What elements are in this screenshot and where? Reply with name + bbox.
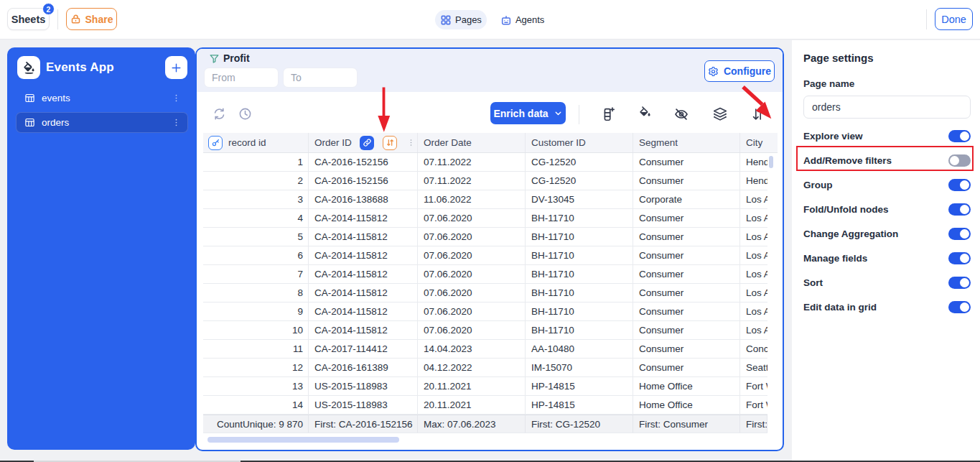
refresh-icon[interactable]: [213, 107, 226, 121]
cell-order-date: 07.06.2020: [418, 265, 526, 283]
cell-customer-id: AA-10480: [526, 340, 633, 358]
app-logo: [17, 56, 40, 79]
table-row[interactable]: 11 CA-2017-114412 14.04.2023 AA-10480 Co…: [203, 340, 767, 359]
toggle-knob: [960, 205, 969, 214]
grid-summary-row: CountUnique: 9 870 First: CA-2016-152156…: [203, 415, 767, 433]
cell-segment: Home Office: [633, 396, 740, 414]
column-header-order-date[interactable]: Order Date: [418, 133, 526, 152]
column-label: Order ID: [314, 137, 352, 148]
toggle-knob: [950, 156, 959, 165]
kebab-menu-icon[interactable]: [172, 93, 181, 103]
column-header-order-id[interactable]: Order ID: [309, 133, 418, 152]
table-row[interactable]: 6 CA-2014-115812 07.06.2020 BH-11710 Con…: [203, 246, 767, 265]
column-menu-icon[interactable]: [406, 138, 416, 147]
horizontal-scrollbar-thumb[interactable]: [207, 437, 399, 443]
toggle-switch[interactable]: [948, 277, 971, 289]
table-row[interactable]: 12 CA-2016-161389 04.12.2022 IM-15070 Co…: [203, 359, 767, 377]
filter-to-input[interactable]: [283, 68, 358, 88]
grid-icon: [440, 14, 452, 26]
toggle-switch[interactable]: [948, 228, 971, 240]
hide-fields-icon[interactable]: [673, 106, 689, 122]
toggle-switch[interactable]: [948, 203, 971, 216]
enrich-data-button[interactable]: Enrich data: [490, 102, 566, 124]
cell-order-id: CA-2016-152156: [309, 153, 418, 171]
cell-city: Seattle: [740, 359, 767, 376]
sidebar-item[interactable]: events: [16, 88, 188, 108]
sheets-button-label: Sheets: [11, 14, 46, 25]
table-row[interactable]: 14 US-2015-118983 20.11.2021 HP-14815 Ho…: [203, 396, 767, 415]
tab-pages[interactable]: Pages: [435, 10, 487, 29]
cell-record-id: 13: [203, 377, 309, 395]
cell-city: Fort Worth: [740, 396, 767, 414]
cell-order-id: CA-2016-152156: [309, 172, 418, 190]
filter-from-input[interactable]: [204, 68, 279, 88]
toggle-label: Explore view: [803, 131, 863, 142]
column-label: record id: [228, 137, 266, 148]
table-row[interactable]: 2 CA-2016-152156 07.11.2022 CG-12520 Con…: [203, 172, 767, 190]
toggle-knob: [960, 254, 969, 263]
column-header-record-id[interactable]: record id: [203, 133, 309, 152]
layers-icon[interactable]: [712, 106, 728, 122]
cell-record-id: 6: [203, 246, 309, 264]
column-header-city[interactable]: City: [740, 133, 778, 152]
cell-order-date: 07.06.2020: [418, 209, 526, 227]
toggle-switch[interactable]: [948, 301, 971, 313]
cell-city: Los Angeles: [740, 284, 767, 302]
cell-order-date: 07.06.2020: [418, 246, 526, 264]
page-name-label: Page name: [803, 78, 854, 89]
kebab-menu-icon[interactable]: [172, 118, 181, 127]
cell-order-id: CA-2017-114412: [309, 340, 418, 358]
tab-agents-label: Agents: [515, 14, 544, 25]
cell-segment: Corporate: [633, 190, 740, 208]
tab-agents[interactable]: Agents: [495, 10, 549, 29]
column-sort-icon[interactable]: [383, 136, 397, 150]
column-header-segment[interactable]: Segment: [633, 133, 740, 152]
table-row[interactable]: 4 CA-2014-115812 07.06.2020 BH-11710 Con…: [203, 209, 767, 228]
add-page-button[interactable]: [165, 56, 187, 79]
share-button[interactable]: Share: [66, 8, 117, 30]
enrich-data-label: Enrich data: [493, 108, 548, 119]
column-header-customer-id[interactable]: Customer ID: [526, 133, 633, 152]
cell-segment: Consumer: [633, 228, 740, 246]
sidebar-item[interactable]: orders: [16, 112, 188, 133]
cell-order-date: 07.06.2020: [418, 284, 526, 302]
cell-segment: Consumer: [633, 302, 740, 320]
toggle-switch[interactable]: [948, 154, 971, 167]
summary-order-id: First: CA-2016-152156: [309, 415, 418, 433]
toggle-label: Change Aggregation: [803, 228, 898, 239]
table-row[interactable]: 10 CA-2014-115812 07.06.2020 BH-11710 Co…: [203, 321, 767, 340]
toggle-switch[interactable]: [948, 252, 971, 264]
table-row[interactable]: 8 CA-2014-115812 07.06.2020 BH-11710 Con…: [203, 284, 767, 302]
toggle-switch[interactable]: [948, 130, 971, 142]
configure-button[interactable]: Configure: [704, 60, 775, 82]
fill-color-icon[interactable]: [638, 106, 652, 120]
column-label: Order Date: [424, 137, 472, 148]
history-icon[interactable]: [238, 107, 252, 121]
link-icon[interactable]: [360, 136, 374, 150]
cell-segment: Consumer: [633, 172, 740, 190]
cell-customer-id: BH-11710: [526, 302, 633, 320]
toggle-switch[interactable]: [948, 179, 971, 191]
table-row[interactable]: 9 CA-2014-115812 07.06.2020 BH-11710 Con…: [203, 302, 767, 321]
table-row[interactable]: 5 CA-2014-115812 07.06.2020 BH-11710 Con…: [203, 228, 767, 246]
table-row[interactable]: 13 US-2015-118983 20.11.2021 HP-14815 Ho…: [203, 377, 767, 396]
topbar-divider: [57, 9, 58, 29]
cell-city: Henderson: [740, 172, 767, 190]
add-field-icon[interactable]: [600, 106, 616, 122]
cell-customer-id: BH-11710: [526, 228, 633, 246]
toggle-knob: [960, 229, 969, 239]
filter-title: Profit: [209, 52, 250, 64]
sort-icon[interactable]: [750, 106, 766, 122]
toggle-knob: [960, 180, 969, 190]
toolbar-divider: [579, 105, 579, 124]
vertical-scrollbar-thumb[interactable]: [769, 156, 773, 168]
done-button[interactable]: Done: [935, 8, 973, 30]
page-name-input[interactable]: [803, 96, 971, 119]
table-row[interactable]: 1 CA-2016-152156 07.11.2022 CG-12520 Con…: [203, 153, 767, 172]
table-row[interactable]: 3 CA-2016-138688 11.06.2022 DV-13045 Cor…: [203, 190, 767, 209]
table-icon: [24, 117, 35, 128]
cell-city: Concord: [740, 340, 767, 358]
settings-toggle-row: Add/Remove filters: [803, 148, 971, 172]
grid-header: record id Order ID: [203, 133, 778, 153]
table-row[interactable]: 7 CA-2014-115812 07.06.2020 BH-11710 Con…: [203, 265, 767, 284]
